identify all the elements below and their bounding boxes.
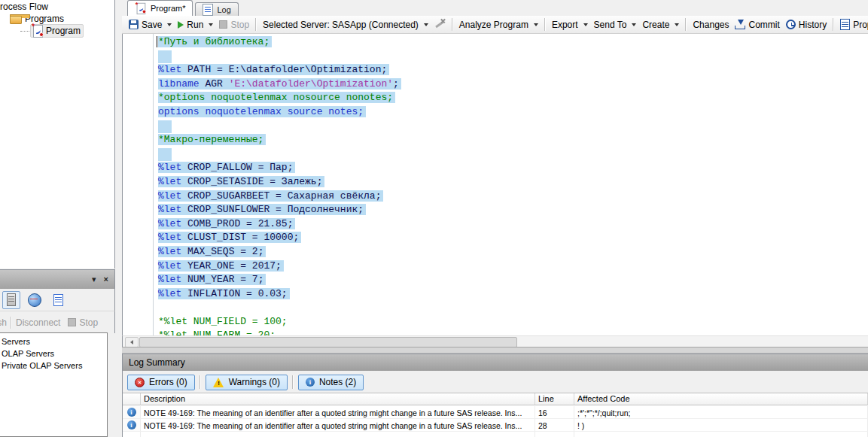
export-button[interactable]: Export <box>549 18 591 32</box>
column-header-description[interactable]: Description <box>141 393 535 405</box>
note-description-cell[interactable]: NOTE 49-169: The meaning of an identifie… <box>141 406 535 419</box>
code-line[interactable]: *options noquotelenmax nosource nonotes; <box>154 91 868 105</box>
server-list: ServersOLAP ServersPrivate OLAP Servers <box>0 332 108 437</box>
changes-button[interactable]: Changes <box>690 18 732 32</box>
connections-view-button[interactable] <box>26 291 44 309</box>
run-icon <box>178 21 184 29</box>
column-header-line[interactable]: Line <box>535 393 574 405</box>
properties-icon <box>840 19 850 30</box>
main-area: * Program* Log Save Run Stop <box>122 0 868 437</box>
server-icon <box>7 293 16 306</box>
column-header-affected-code[interactable]: Affected Code <box>574 393 868 405</box>
editor-horizontal-scrollbar[interactable] <box>122 335 868 347</box>
notes-filter-button[interactable]: i Notes (2) <box>298 375 364 390</box>
selected-blank-line <box>158 120 172 133</box>
code-line[interactable]: %let MAX_SEQS = 2; <box>154 245 868 259</box>
tree-item-program[interactable]: * Program <box>20 25 84 37</box>
code-line[interactable]: %let INFLATION = 0.03; <box>154 287 868 302</box>
save-button[interactable]: Save <box>126 18 175 32</box>
create-dropdown-arrow[interactable] <box>675 23 679 26</box>
code-line[interactable]: options noquotelenmax source notes; <box>154 105 868 120</box>
tab-log[interactable]: Log <box>195 2 238 16</box>
close-icon[interactable]: × <box>104 275 108 284</box>
send-to-dropdown-arrow[interactable] <box>632 23 636 26</box>
code-line[interactable]: %let NUM_YEAR = 7; <box>154 273 868 287</box>
properties-button[interactable]: Properties <box>837 17 868 32</box>
empty-cell <box>535 432 574 437</box>
chevron-down-icon[interactable]: ▾ <box>92 275 96 284</box>
code-area[interactable]: *Путь и библиотека;%let PATH = E:\datafo… <box>154 35 868 335</box>
history-clock-icon <box>786 20 796 29</box>
send-to-button[interactable]: Send To <box>591 18 640 32</box>
tree-item-label: Process Flow <box>0 2 48 12</box>
panel-gap <box>115 0 122 437</box>
log-summary-title: Log Summary <box>123 354 868 371</box>
note-line-cell[interactable]: 28 <box>535 419 574 432</box>
horizontal-splitter[interactable] <box>122 347 868 354</box>
code-line[interactable]: *%let NUM_FIELD = 100; <box>154 315 868 329</box>
commit-button[interactable]: Commit <box>732 18 782 32</box>
stop-button[interactable]: Stop <box>79 317 98 328</box>
stop-icon <box>219 20 227 29</box>
export-dropdown-arrow[interactable] <box>583 23 588 26</box>
scroll-left-button[interactable] <box>125 337 139 347</box>
separator <box>452 18 453 31</box>
code-line[interactable]: *Макро-переменные; <box>154 133 868 147</box>
run-button[interactable]: Run <box>175 18 216 32</box>
selected-server-dropdown[interactable]: Selected Server: SASApp (Connected) <box>260 18 431 32</box>
server-dropdown-arrow[interactable] <box>424 23 428 26</box>
servers-panel-titlebar: ▾ × <box>0 269 115 289</box>
code-line[interactable]: %let PATH = E:\datafolder\Optimization; <box>154 63 868 77</box>
tree-selection: * Program <box>30 24 84 38</box>
selected-blank-line <box>158 148 172 161</box>
column-header-icon[interactable] <box>123 393 141 405</box>
server-list-item[interactable]: Private OLAP Servers <box>0 360 107 372</box>
warnings-filter-button[interactable]: ! Warnings (0) <box>206 375 288 390</box>
code-line[interactable]: *%let NUM_FARM = 20; <box>154 329 868 335</box>
code-line[interactable]: libname AGR 'E:\datafolder\Optimization'… <box>154 77 868 92</box>
code-line[interactable]: %let CROP_FALLOW = Пар; <box>154 161 868 175</box>
prompt-manager-view-button[interactable] <box>49 291 67 309</box>
disconnect-button[interactable]: Disconnect <box>16 317 60 328</box>
project-tree-panel: Process Flow Programs * Program <box>0 0 115 269</box>
servers-panel-view-toolbar <box>0 289 115 311</box>
note-row-icon-cell[interactable]: i <box>123 419 141 432</box>
code-line[interactable]: %let CROP_SUGARBEET = Сахарная свёкла; <box>154 190 868 204</box>
warning-icon: ! <box>213 378 224 387</box>
code-line[interactable] <box>154 301 868 315</box>
analyze-dropdown-arrow[interactable] <box>534 23 538 26</box>
code-line[interactable]: %let YEAR_ONE = 2017; <box>154 259 868 274</box>
server-list-item[interactable]: OLAP Servers <box>0 348 107 360</box>
refresh-button[interactable]: Refresh <box>0 317 7 328</box>
tree-item-programs[interactable]: Programs <box>10 13 64 25</box>
code-line[interactable] <box>154 120 868 134</box>
code-line[interactable] <box>154 147 868 162</box>
note-affected-code-cell[interactable]: ;*';*";*/;quit;run; <box>574 406 868 419</box>
note-affected-code-cell[interactable]: ! ) <box>574 419 868 432</box>
note-line-cell[interactable]: 16 <box>535 406 574 419</box>
code-line[interactable]: %let CLUST_DIST = 10000; <box>154 231 868 245</box>
save-dropdown-arrow[interactable] <box>167 23 172 26</box>
code-line[interactable] <box>154 50 868 64</box>
program-tab-icon: * <box>136 3 146 14</box>
code-line[interactable]: %let CROP_SUNFLOWER = Подсолнечник; <box>154 203 868 217</box>
code-line[interactable]: %let CROP_SETASIDE = Залежь; <box>154 175 868 190</box>
info-icon: i <box>127 420 136 429</box>
create-button[interactable]: Create <box>639 18 682 32</box>
analyze-program-button[interactable]: Analyze Program <box>456 18 541 32</box>
note-row-icon-cell[interactable]: i <box>123 406 141 419</box>
server-list-item[interactable]: Servers <box>0 336 107 348</box>
note-description-cell[interactable]: NOTE 49-169: The meaning of an identifie… <box>141 419 535 432</box>
code-line[interactable]: %let COMB_PROD = 21.85; <box>154 217 868 232</box>
log-summary-panel: Log Summary × Errors (0) ! Warnings (0) … <box>122 354 868 437</box>
stop-square-icon <box>68 318 76 326</box>
code-editor[interactable]: *Путь и библиотека;%let PATH = E:\datafo… <box>122 34 868 335</box>
tree-item-process-flow[interactable]: Process Flow <box>0 1 48 13</box>
scrollbar-thumb[interactable] <box>139 337 517 347</box>
code-line[interactable]: *Путь и библиотека; <box>154 35 868 50</box>
run-dropdown-arrow[interactable] <box>209 23 213 26</box>
server-list-view-button[interactable] <box>2 291 20 309</box>
tab-program[interactable]: * Program* <box>127 0 193 16</box>
history-button[interactable]: History <box>783 18 830 32</box>
errors-filter-button[interactable]: × Errors (0) <box>127 375 195 390</box>
